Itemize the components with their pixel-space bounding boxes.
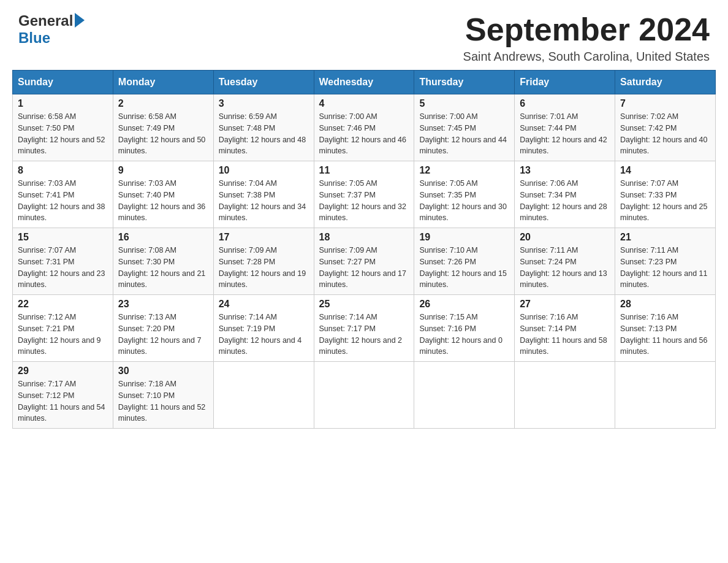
- day-cell: 6Sunrise: 7:01 AMSunset: 7:44 PMDaylight…: [515, 94, 615, 161]
- day-cell: 9Sunrise: 7:03 AMSunset: 7:40 PMDaylight…: [113, 161, 213, 228]
- day-number: 25: [319, 299, 409, 310]
- day-cell: 29Sunrise: 7:17 AMSunset: 7:12 PMDayligh…: [13, 362, 113, 429]
- day-info: Sunrise: 7:16 AMSunset: 7:13 PMDaylight:…: [620, 312, 710, 358]
- day-cell: 16Sunrise: 7:08 AMSunset: 7:30 PMDayligh…: [113, 228, 213, 295]
- day-header-wednesday: Wednesday: [314, 71, 414, 94]
- day-info: Sunrise: 7:16 AMSunset: 7:14 PMDaylight:…: [520, 312, 610, 358]
- day-number: 20: [520, 232, 610, 243]
- month-title: September 2024: [463, 12, 710, 47]
- week-row: 29Sunrise: 7:17 AMSunset: 7:12 PMDayligh…: [13, 362, 716, 429]
- day-info: Sunrise: 7:05 AMSunset: 7:35 PMDaylight:…: [419, 178, 509, 224]
- logo-icon: General Blue: [18, 12, 85, 47]
- day-cell: 5Sunrise: 7:00 AMSunset: 7:45 PMDaylight…: [414, 94, 515, 161]
- day-info: Sunrise: 6:58 AMSunset: 7:50 PMDaylight:…: [18, 111, 108, 157]
- day-info: Sunrise: 7:15 AMSunset: 7:16 PMDaylight:…: [419, 312, 509, 358]
- day-cell: 28Sunrise: 7:16 AMSunset: 7:13 PMDayligh…: [615, 295, 716, 362]
- day-cell: 10Sunrise: 7:04 AMSunset: 7:38 PMDayligh…: [213, 161, 314, 228]
- week-row: 1Sunrise: 6:58 AMSunset: 7:50 PMDaylight…: [13, 94, 716, 161]
- day-number: 12: [419, 165, 509, 176]
- day-info: Sunrise: 7:17 AMSunset: 7:12 PMDaylight:…: [18, 378, 108, 424]
- day-info: Sunrise: 7:04 AMSunset: 7:38 PMDaylight:…: [219, 178, 309, 224]
- day-info: Sunrise: 7:14 AMSunset: 7:17 PMDaylight:…: [319, 312, 409, 358]
- day-info: Sunrise: 7:00 AMSunset: 7:45 PMDaylight:…: [419, 111, 509, 157]
- day-cell: 2Sunrise: 6:58 AMSunset: 7:49 PMDaylight…: [113, 94, 213, 161]
- day-number: 16: [118, 232, 208, 243]
- calendar-body: 1Sunrise: 6:58 AMSunset: 7:50 PMDaylight…: [13, 94, 716, 429]
- day-info: Sunrise: 7:11 AMSunset: 7:24 PMDaylight:…: [520, 245, 610, 291]
- day-number: 15: [18, 232, 108, 243]
- day-cell: 14Sunrise: 7:07 AMSunset: 7:33 PMDayligh…: [615, 161, 716, 228]
- day-number: 21: [620, 232, 710, 243]
- day-number: 17: [219, 232, 309, 243]
- day-cell: 7Sunrise: 7:02 AMSunset: 7:42 PMDaylight…: [615, 94, 716, 161]
- page-header: General Blue September 2024 Saint Andrew…: [0, 0, 728, 70]
- day-cell: 25Sunrise: 7:14 AMSunset: 7:17 PMDayligh…: [314, 295, 414, 362]
- day-cell: 19Sunrise: 7:10 AMSunset: 7:26 PMDayligh…: [414, 228, 515, 295]
- logo-blue-row: Blue: [18, 29, 85, 47]
- day-cell: [314, 362, 414, 429]
- day-number: 6: [520, 98, 610, 109]
- day-number: 3: [219, 98, 309, 109]
- logo-general-text: General: [18, 12, 85, 29]
- week-row: 8Sunrise: 7:03 AMSunset: 7:41 PMDaylight…: [13, 161, 716, 228]
- calendar-header: SundayMondayTuesdayWednesdayThursdayFrid…: [13, 71, 716, 94]
- day-cell: 8Sunrise: 7:03 AMSunset: 7:41 PMDaylight…: [13, 161, 113, 228]
- header-row: SundayMondayTuesdayWednesdayThursdayFrid…: [13, 71, 716, 94]
- day-cell: 12Sunrise: 7:05 AMSunset: 7:35 PMDayligh…: [414, 161, 515, 228]
- day-info: Sunrise: 7:05 AMSunset: 7:37 PMDaylight:…: [319, 178, 409, 224]
- day-cell: 18Sunrise: 7:09 AMSunset: 7:27 PMDayligh…: [314, 228, 414, 295]
- day-number: 26: [419, 299, 509, 310]
- day-info: Sunrise: 7:01 AMSunset: 7:44 PMDaylight:…: [520, 111, 610, 157]
- location-subtitle: Saint Andrews, South Carolina, United St…: [463, 50, 710, 64]
- title-area: September 2024 Saint Andrews, South Caro…: [463, 12, 710, 64]
- day-info: Sunrise: 7:03 AMSunset: 7:41 PMDaylight:…: [18, 178, 108, 224]
- day-cell: 22Sunrise: 7:12 AMSunset: 7:21 PMDayligh…: [13, 295, 113, 362]
- day-number: 1: [18, 98, 108, 109]
- week-row: 22Sunrise: 7:12 AMSunset: 7:21 PMDayligh…: [13, 295, 716, 362]
- day-number: 7: [620, 98, 710, 109]
- day-cell: 30Sunrise: 7:18 AMSunset: 7:10 PMDayligh…: [113, 362, 213, 429]
- day-number: 13: [520, 165, 610, 176]
- day-header-friday: Friday: [515, 71, 615, 94]
- day-info: Sunrise: 7:11 AMSunset: 7:23 PMDaylight:…: [620, 245, 710, 291]
- day-header-sunday: Sunday: [13, 71, 113, 94]
- calendar-table: SundayMondayTuesdayWednesdayThursdayFrid…: [12, 70, 716, 429]
- day-number: 4: [319, 98, 409, 109]
- day-info: Sunrise: 7:03 AMSunset: 7:40 PMDaylight:…: [118, 178, 208, 224]
- day-info: Sunrise: 7:12 AMSunset: 7:21 PMDaylight:…: [18, 312, 108, 358]
- day-cell: 4Sunrise: 7:00 AMSunset: 7:46 PMDaylight…: [314, 94, 414, 161]
- day-info: Sunrise: 7:08 AMSunset: 7:30 PMDaylight:…: [118, 245, 208, 291]
- logo-blue-word: Blue: [18, 29, 50, 47]
- logo-arrow-icon: [75, 13, 85, 28]
- day-number: 14: [620, 165, 710, 176]
- day-number: 2: [118, 98, 208, 109]
- day-number: 22: [18, 299, 108, 310]
- day-number: 28: [620, 299, 710, 310]
- day-cell: 15Sunrise: 7:07 AMSunset: 7:31 PMDayligh…: [13, 228, 113, 295]
- day-cell: [515, 362, 615, 429]
- calendar-wrapper: SundayMondayTuesdayWednesdayThursdayFrid…: [0, 70, 728, 441]
- day-cell: [615, 362, 716, 429]
- day-number: 24: [219, 299, 309, 310]
- day-info: Sunrise: 6:58 AMSunset: 7:49 PMDaylight:…: [118, 111, 208, 157]
- day-info: Sunrise: 7:06 AMSunset: 7:34 PMDaylight:…: [520, 178, 610, 224]
- day-info: Sunrise: 7:00 AMSunset: 7:46 PMDaylight:…: [319, 111, 409, 157]
- day-info: Sunrise: 7:09 AMSunset: 7:28 PMDaylight:…: [219, 245, 309, 291]
- day-header-tuesday: Tuesday: [213, 71, 314, 94]
- day-header-thursday: Thursday: [414, 71, 515, 94]
- day-cell: 3Sunrise: 6:59 AMSunset: 7:48 PMDaylight…: [213, 94, 314, 161]
- day-info: Sunrise: 7:07 AMSunset: 7:33 PMDaylight:…: [620, 178, 710, 224]
- day-info: Sunrise: 7:13 AMSunset: 7:20 PMDaylight:…: [118, 312, 208, 358]
- day-number: 10: [219, 165, 309, 176]
- day-info: Sunrise: 7:02 AMSunset: 7:42 PMDaylight:…: [620, 111, 710, 157]
- day-header-saturday: Saturday: [615, 71, 716, 94]
- day-cell: 11Sunrise: 7:05 AMSunset: 7:37 PMDayligh…: [314, 161, 414, 228]
- day-number: 5: [419, 98, 509, 109]
- day-cell: 24Sunrise: 7:14 AMSunset: 7:19 PMDayligh…: [213, 295, 314, 362]
- day-header-monday: Monday: [113, 71, 213, 94]
- day-info: Sunrise: 7:09 AMSunset: 7:27 PMDaylight:…: [319, 245, 409, 291]
- logo: General Blue: [18, 12, 85, 47]
- day-number: 18: [319, 232, 409, 243]
- day-cell: 27Sunrise: 7:16 AMSunset: 7:14 PMDayligh…: [515, 295, 615, 362]
- day-cell: 23Sunrise: 7:13 AMSunset: 7:20 PMDayligh…: [113, 295, 213, 362]
